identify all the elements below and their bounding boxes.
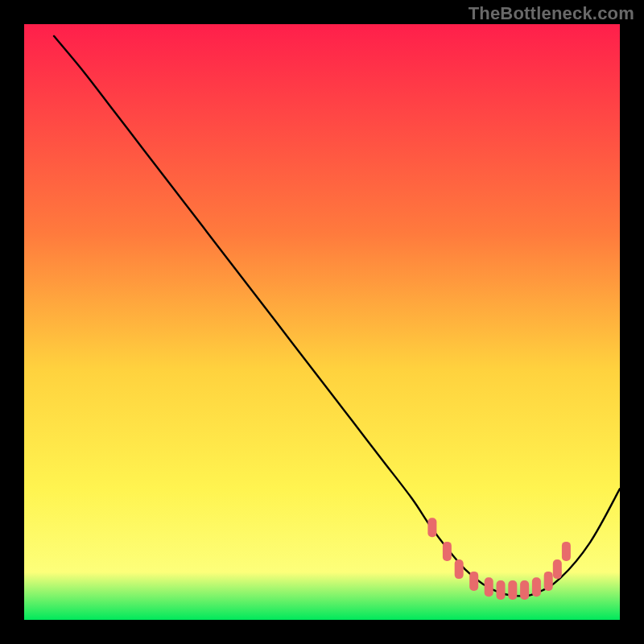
chart-frame: { "watermark": "TheBottleneck.com", "col… (0, 0, 644, 644)
plot-gradient-background (24, 24, 620, 620)
marker-dot (427, 518, 436, 537)
marker-dot (562, 542, 571, 561)
marker-dot (497, 580, 506, 600)
marker-dot (469, 572, 478, 591)
marker-dot (443, 542, 452, 561)
marker-dot (520, 580, 529, 600)
marker-dot (544, 572, 553, 591)
marker-dot (485, 577, 493, 597)
bottleneck-chart (0, 0, 644, 644)
marker-dot (532, 577, 541, 597)
marker-dot (553, 559, 562, 579)
marker-dot (455, 559, 464, 579)
marker-dot (508, 580, 517, 600)
watermark-text: TheBottleneck.com (469, 3, 634, 24)
